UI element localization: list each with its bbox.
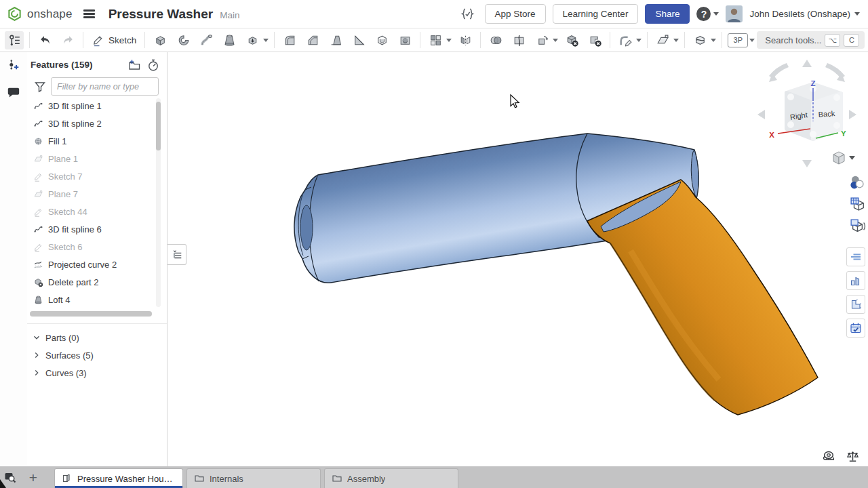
rib-button[interactable] (349, 31, 368, 49)
hole-button[interactable] (395, 31, 414, 49)
viewport[interactable]: Right Back Z X Y (167, 52, 868, 466)
sketch-button[interactable]: Sketch (87, 30, 141, 49)
view-cube[interactable]: Right Back Z X Y (757, 60, 856, 167)
chamfer-button[interactable] (303, 31, 322, 49)
panel-collapse-handle[interactable] (167, 244, 186, 265)
mass-properties-button[interactable] (846, 449, 860, 464)
parts-panel-button[interactable] (846, 271, 865, 290)
model-body[interactable] (294, 134, 698, 283)
boolean-button[interactable] (486, 31, 505, 49)
view-options-button[interactable] (833, 152, 855, 164)
dev-api-icon[interactable] (460, 5, 476, 23)
sweep-button[interactable] (197, 31, 216, 49)
plane-button[interactable] (653, 31, 672, 49)
document-tab[interactable]: Internals (186, 468, 321, 488)
view-cube-face-label[interactable]: Back (818, 109, 835, 119)
modify-fillet-button[interactable] (616, 31, 635, 49)
user-menu[interactable]: John Desilets (Onshape) (749, 9, 860, 19)
feature-item[interactable]: 3D fit spline 2 (27, 115, 153, 132)
list-section-surfaces[interactable]: Surfaces (5) (27, 346, 167, 364)
app-store-button[interactable]: App Store (485, 4, 546, 24)
revolve-button[interactable] (174, 31, 193, 49)
display-states-button[interactable] (849, 218, 866, 235)
feature-item[interactable]: 3D fit spline 1 (27, 97, 153, 115)
feature-list-hscrollbar[interactable] (30, 311, 152, 317)
document-tab[interactable]: Assembly (324, 468, 458, 488)
feature-item[interactable]: Sketch 44 (27, 203, 153, 220)
help-menu[interactable]: ? (696, 7, 719, 21)
filter-icon[interactable] (33, 80, 47, 94)
appearance-button[interactable] (849, 174, 866, 191)
list-section-curves[interactable]: Curves (3) (27, 364, 167, 382)
part-panel-button[interactable] (846, 295, 865, 314)
draft-button[interactable] (326, 31, 345, 49)
thicken-button[interactable] (243, 31, 262, 49)
loft-button[interactable] (220, 31, 239, 49)
linear-pattern-button[interactable] (426, 31, 445, 49)
help-icon[interactable]: ? (696, 7, 711, 21)
learning-center-button[interactable]: Learning Center (553, 4, 639, 24)
feature-item[interactable]: Sketch 7 (27, 167, 153, 185)
feature-tree-toggle-button[interactable] (5, 31, 24, 49)
chevron-down-icon[interactable] (446, 39, 452, 42)
filter-input[interactable] (51, 77, 159, 96)
document-tab[interactable]: Pressure Washer Housi... (54, 468, 183, 488)
view-rotate-arrows[interactable] (757, 60, 856, 167)
chevron-down-icon[interactable] (553, 39, 558, 42)
model-lens[interactable] (601, 182, 681, 232)
split-button[interactable] (509, 31, 528, 49)
feature-item[interactable]: Sketch 6 (27, 238, 153, 256)
search-tools[interactable]: Search tools... ⌥ C (757, 31, 865, 49)
chevron-down-icon[interactable] (32, 333, 41, 342)
section-view-button[interactable] (690, 31, 709, 49)
feature-timer-button[interactable] (146, 58, 160, 72)
share-button[interactable]: Share (645, 4, 690, 24)
view-cube-top-face[interactable] (787, 84, 841, 103)
feature-item[interactable]: Fill 1 (27, 132, 153, 150)
redo-button[interactable] (58, 31, 77, 49)
feature-item[interactable]: Loft 4 (27, 291, 153, 308)
avatar[interactable] (726, 5, 743, 22)
feature-item[interactable]: Plane 7 (27, 185, 153, 203)
feature-list-scrollbar[interactable] (156, 98, 161, 307)
feature-details-panel-button[interactable] (846, 247, 865, 266)
feature-item[interactable]: 3D fit spline 6 (27, 220, 153, 238)
onshape-logo[interactable]: onshape (7, 6, 73, 22)
chevron-right-icon[interactable] (32, 368, 41, 378)
measure-button[interactable] (822, 449, 836, 464)
chevron-right-icon[interactable] (32, 350, 41, 360)
delete-face-button[interactable] (585, 31, 604, 49)
mirror-button[interactable] (456, 31, 475, 49)
versions-history-button[interactable] (4, 56, 23, 75)
model-pressure-washer[interactable] (294, 134, 818, 415)
transform-button[interactable] (532, 31, 551, 49)
model-right-cap[interactable] (691, 150, 698, 199)
folder-icon (194, 473, 205, 484)
named-views-button[interactable] (849, 196, 866, 213)
shell-button[interactable] (372, 31, 391, 49)
feature-item[interactable]: Projected curve 2 (27, 256, 153, 273)
chevron-down-icon[interactable] (749, 39, 755, 42)
fillet-button[interactable] (280, 31, 299, 49)
chevron-down-icon[interactable] (263, 39, 269, 42)
view-mode-badge[interactable]: 3P (728, 33, 748, 47)
feature-item[interactable]: Plane 1 (27, 150, 153, 167)
delete-part-button[interactable] (562, 31, 581, 49)
new-folder-button[interactable] (127, 58, 141, 72)
extrude-button[interactable] (151, 31, 170, 49)
workspace-name[interactable]: Main (220, 10, 239, 20)
versions-panel-button[interactable] (846, 319, 865, 338)
chevron-down-icon[interactable] (673, 39, 679, 42)
list-section-parts[interactable]: Parts (0) (27, 329, 167, 346)
chevron-down-icon[interactable] (636, 39, 642, 42)
view-cube-back-face[interactable] (813, 94, 841, 139)
hamburger-menu-icon[interactable] (83, 9, 95, 18)
view-cube-right-face[interactable] (787, 93, 813, 139)
model-handle[interactable] (587, 180, 818, 415)
comments-button[interactable] (4, 83, 23, 102)
feature-item[interactable]: Delete part 2 (27, 273, 153, 291)
chevron-down-icon[interactable] (711, 39, 716, 42)
view-cube-face-label[interactable]: Right (789, 110, 808, 121)
add-tab-button[interactable]: + (20, 468, 46, 486)
undo-button[interactable] (35, 31, 54, 49)
